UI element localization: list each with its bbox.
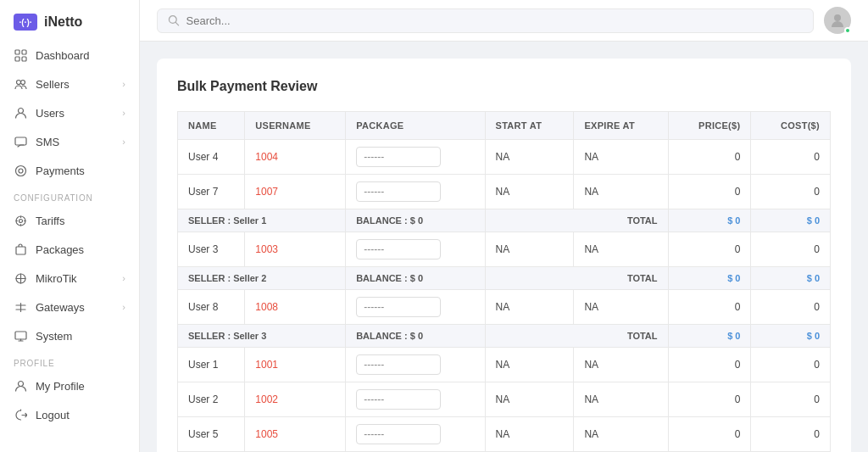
package-input[interactable] [356, 239, 441, 259]
cell-expire-at: NA [574, 348, 668, 382]
sidebar: ·(·)· iNetto Dashboard Sellers › Users ›… [0, 0, 140, 452]
sidebar-item-gateways[interactable]: Gateways › [0, 293, 139, 321]
cell-name: User 8 [178, 290, 245, 325]
total-price: $ 0 [668, 267, 751, 290]
username-link[interactable]: 1004 [255, 151, 278, 163]
chevron-icon: › [122, 137, 125, 147]
cell-expire-at: NA [574, 232, 668, 267]
col-package: PACKAGE [346, 112, 485, 140]
sidebar-item-users[interactable]: Users › [0, 98, 139, 127]
svg-point-8 [15, 165, 25, 176]
package-input[interactable] [356, 297, 441, 317]
username-link[interactable]: 1008 [255, 301, 278, 313]
sidebar-item-sellers[interactable]: Sellers › [0, 70, 139, 98]
cell-package[interactable] [346, 140, 485, 175]
cell-start-at: NA [485, 382, 574, 417]
cell-package[interactable] [346, 417, 485, 452]
my-profile-icon [14, 379, 27, 393]
config-section-label: CONFIGURATION [0, 185, 139, 206]
sidebar-item-logout[interactable]: Logout [0, 400, 139, 429]
bulk-payment-table: NAME USERNAME PACKAGE START AT EXPIRE AT… [177, 111, 831, 452]
cell-cost: 0 [751, 417, 831, 452]
table-row: User 2 1002 NA NA 0 0 [178, 382, 831, 417]
cell-expire-at: NA [574, 175, 668, 209]
username-link[interactable]: 1007 [255, 186, 278, 198]
username-link[interactable]: 1001 [255, 359, 278, 371]
cell-name: User 3 [178, 232, 245, 267]
sidebar-item-label: Payments [36, 165, 85, 177]
col-start-at: START AT [485, 112, 574, 140]
table-row: User 4 1004 NA NA 0 0 [178, 140, 831, 175]
col-cost: COST($) [751, 112, 831, 140]
search-icon [168, 14, 180, 26]
cell-package[interactable] [346, 232, 485, 267]
cell-start-at: NA [485, 348, 574, 382]
users-icon [14, 106, 27, 120]
cell-package[interactable] [346, 175, 485, 209]
search-input[interactable] [186, 14, 803, 27]
chevron-icon: › [122, 273, 125, 283]
cell-start-at: NA [485, 175, 574, 209]
sidebar-item-tariffs[interactable]: Tariffs [0, 206, 139, 235]
cell-package[interactable] [346, 290, 485, 325]
cell-package[interactable] [346, 382, 485, 417]
cell-price: 0 [668, 140, 751, 175]
table-row: User 7 1007 NA NA 0 0 [178, 175, 831, 209]
sidebar-item-packages[interactable]: Packages [0, 235, 139, 264]
cell-package[interactable] [346, 348, 485, 382]
topbar [140, 0, 868, 42]
cell-start-at: NA [485, 417, 574, 452]
cell-cost: 0 [751, 382, 831, 417]
avatar-online-dot [844, 27, 851, 34]
col-expire-at: EXPIRE AT [574, 112, 668, 140]
col-price: PRICE($) [668, 112, 751, 140]
seller-label: SELLER : Seller 1 [178, 209, 346, 232]
username-link[interactable]: 1002 [255, 393, 278, 405]
search-box[interactable] [157, 8, 814, 33]
package-input[interactable] [356, 181, 441, 202]
cell-username: 1003 [245, 232, 346, 267]
svg-rect-0 [15, 50, 19, 54]
logout-icon [14, 408, 27, 421]
sidebar-item-sms[interactable]: SMS › [0, 127, 139, 156]
total-label: TOTAL [485, 267, 668, 290]
sidebar-item-mikrotik[interactable]: MikroTik › [0, 264, 139, 293]
username-link[interactable]: 1003 [255, 243, 278, 255]
sidebar-item-dashboard[interactable]: Dashboard [0, 41, 139, 70]
sidebar-item-my-profile[interactable]: My Profile [0, 371, 139, 400]
app-name: iNetto [44, 14, 82, 30]
svg-rect-3 [22, 57, 26, 61]
package-input[interactable] [356, 147, 441, 167]
sidebar-item-system[interactable]: System [0, 321, 139, 350]
table-row: User 1 1001 NA NA 0 0 [178, 348, 831, 382]
tariffs-icon [14, 214, 27, 227]
svg-point-4 [16, 80, 20, 84]
cell-name: User 4 [178, 140, 245, 175]
total-cost: $ 0 [751, 267, 831, 290]
sellers-icon [14, 77, 27, 91]
system-icon [14, 329, 27, 343]
package-input[interactable] [356, 424, 441, 444]
cell-price: 0 [668, 417, 751, 452]
profile-section-label: PROFILE [0, 350, 139, 371]
cell-username: 1002 [245, 382, 346, 417]
cell-start-at: NA [485, 140, 574, 175]
seller-row: SELLER : Seller 1 BALANCE : $ 0 TOTAL $ … [178, 209, 831, 232]
svg-rect-7 [15, 137, 26, 145]
sidebar-item-label: My Profile [36, 380, 85, 393]
total-price: $ 0 [668, 209, 751, 232]
cell-expire-at: NA [574, 417, 668, 452]
chevron-icon: › [122, 79, 125, 89]
username-link[interactable]: 1005 [255, 428, 278, 440]
chevron-icon: › [122, 108, 125, 118]
svg-point-15 [18, 381, 23, 386]
table-row: User 5 1005 NA NA 0 0 [178, 417, 831, 452]
sidebar-item-label: Sellers [36, 78, 70, 91]
package-input[interactable] [356, 354, 441, 375]
sidebar-item-payments[interactable]: Payments [0, 156, 139, 185]
package-input[interactable] [356, 389, 441, 410]
page-card: Bulk Payment Review NAME USERNAME PACKAG… [157, 59, 851, 452]
total-cost: $ 0 [751, 209, 831, 232]
svg-rect-1 [22, 50, 26, 54]
cell-price: 0 [668, 175, 751, 209]
